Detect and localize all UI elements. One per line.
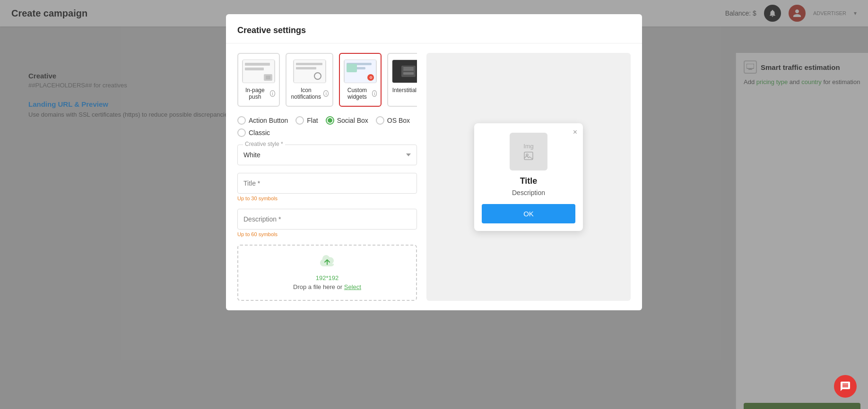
upload-cloud-icon [248, 255, 407, 272]
preview-image: Img [510, 133, 547, 170]
chat-bubble-button[interactable] [834, 375, 857, 398]
icon-notif-preview-icon [293, 60, 326, 83]
radio-classic-circle [237, 128, 246, 137]
upload-size-label: 192*192 [248, 274, 407, 281]
description-hint: Up to 60 symbols [237, 231, 417, 237]
inpage-push-preview-icon [242, 60, 275, 83]
preview-title: Title [482, 176, 575, 186]
description-group: Up to 60 symbols [237, 209, 417, 237]
inpage-info-icon[interactable]: i [270, 90, 275, 97]
radio-classic[interactable]: Classic [237, 128, 270, 137]
svg-rect-4 [401, 66, 416, 77]
radio-social-box-circle [326, 116, 334, 125]
svg-rect-5 [403, 68, 414, 68]
creative-type-interstitial[interactable]: Interstitial i [387, 53, 417, 107]
title-group: Up to 30 symbols [237, 173, 417, 201]
radio-action-button-circle [237, 116, 246, 125]
radio-os-box-circle [376, 116, 384, 125]
inpage-push-label: In-page push i [242, 87, 275, 100]
upload-text: Drop a file here or Select [248, 283, 407, 290]
creative-style-select[interactable]: White [237, 145, 417, 165]
title-hint: Up to 30 symbols [237, 196, 417, 201]
radio-os-box[interactable]: OS Box [376, 116, 410, 125]
custom-widget-preview-icon: ⚙ [344, 60, 377, 83]
interstitial-label: Interstitial i [392, 87, 417, 94]
title-input[interactable] [237, 173, 417, 194]
preview-description: Description [482, 189, 575, 196]
preview-ok-button[interactable]: OK [482, 204, 575, 223]
icon-notif-label: Icon notifications i [290, 87, 329, 100]
radio-flat[interactable]: Flat [295, 116, 318, 125]
creative-types-row: In-page push i [237, 53, 417, 107]
creative-type-custom-widget[interactable]: ⚙ Custom widgets i [339, 53, 382, 107]
creative-settings-modal: Creative settings [226, 14, 642, 310]
radio-social-box[interactable]: Social Box [326, 116, 368, 125]
radio-action-button[interactable]: Action Button [237, 116, 288, 125]
svg-rect-3 [266, 76, 270, 79]
radio-flat-circle [295, 116, 304, 125]
preview-close-icon[interactable]: × [573, 128, 577, 136]
widget-style-radio-group: Action Button Flat Social Box OS Box [237, 116, 417, 137]
interstitial-preview-icon [392, 60, 417, 83]
creative-type-icon-notif[interactable]: Icon notifications i [286, 53, 333, 107]
svg-rect-6 [403, 69, 414, 70]
preview-widget: × Img Title Description OK [474, 123, 583, 231]
creative-type-inpage[interactable]: In-page push i [237, 53, 280, 107]
creative-style-group: Creative style * White [237, 145, 417, 165]
custom-widgets-info-icon[interactable]: i [372, 90, 377, 97]
icon-notif-info-icon[interactable]: i [323, 90, 329, 97]
svg-rect-7 [403, 72, 414, 75]
upload-select-link[interactable]: Select [344, 283, 361, 290]
modal-left-panel: In-page push i [237, 53, 417, 301]
modal-body: In-page push i [226, 43, 642, 310]
modal-preview-panel: × Img Title Description OK [426, 53, 631, 301]
custom-widgets-label: Custom widgets i [344, 87, 377, 100]
upload-area[interactable]: 192*192 Drop a file here or Select [237, 245, 417, 301]
modal-title: Creative settings [226, 14, 642, 43]
description-input[interactable] [237, 209, 417, 230]
modal-overlay: Creative settings [0, 0, 868, 409]
creative-style-label: Creative style * [243, 141, 285, 147]
cw-gear-icon: ⚙ [367, 74, 374, 81]
